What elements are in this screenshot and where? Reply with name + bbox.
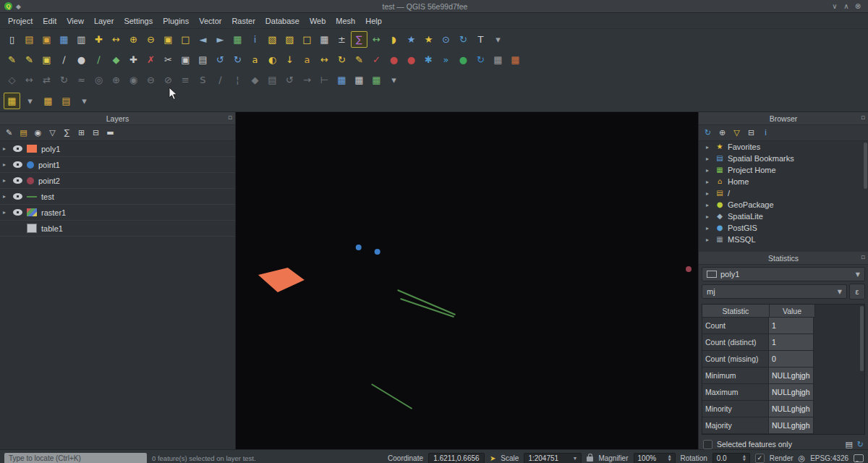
statistical-summary-dropdown[interactable]: ▾ [22, 93, 38, 109]
check-validity-icon[interactable]: ✓ [368, 51, 385, 68]
cut-features-icon[interactable]: ✂ [160, 51, 176, 68]
layer-item[interactable]: table1 [0, 221, 235, 237]
highlight-labels-icon[interactable]: a [299, 51, 315, 68]
add-line-feature-icon[interactable]: ∕ [90, 51, 107, 68]
menu-item[interactable]: Database [260, 15, 305, 27]
plugin-manager-icon[interactable]: ● [455, 51, 472, 68]
delete-ring-icon[interactable]: ⊖ [142, 72, 159, 88]
add-feature-tool-icon[interactable]: ▦ [40, 93, 56, 109]
panel-float-icon[interactable]: ▫ [228, 114, 232, 121]
value-column-header[interactable]: Value [770, 305, 815, 318]
expand-arrow-icon[interactable]: ▸ [706, 167, 712, 174]
new-project-icon[interactable]: ▯ [4, 31, 20, 48]
georeferencer-icon[interactable]: ▦ [507, 51, 524, 68]
layout-manager-icon[interactable]: ▥ [73, 31, 90, 48]
menu-item[interactable]: Help [360, 15, 387, 27]
filter-legend-icon[interactable]: ▽ [46, 127, 59, 139]
temporal-controller-icon[interactable]: ⊙ [438, 31, 454, 48]
rotate-feature-icon[interactable]: ↻ [56, 72, 72, 88]
offset-curve-icon[interactable]: ≡ [177, 72, 194, 88]
text-annotation-icon[interactable]: T [472, 31, 489, 48]
add-polygon-feature-icon[interactable]: ◆ [108, 51, 124, 68]
zoom-last-icon[interactable]: ◄ [195, 31, 211, 48]
open-layer-styling-icon[interactable]: ✎ [3, 127, 15, 139]
messages-icon[interactable] [854, 454, 864, 462]
deselect-features-icon[interactable]: □ [299, 31, 315, 48]
copy-statistics-icon[interactable]: ▤ [845, 441, 852, 449]
browser-collapse-icon[interactable]: ⊟ [745, 127, 757, 139]
fill-ring-icon[interactable]: ◉ [125, 72, 142, 88]
expand-arrow-icon[interactable]: ▸ [3, 177, 9, 184]
browser-tree-item[interactable]: ▸ ◆ SpatiaLite [699, 211, 868, 222]
annotation-dropdown[interactable]: ▾ [490, 31, 506, 48]
visibility-eye-icon[interactable] [13, 145, 22, 152]
statistics-scrollbar[interactable] [860, 306, 864, 371]
error-log-icon[interactable]: ● [403, 51, 420, 68]
minimize-button[interactable]: ∨ [829, 2, 841, 10]
panel-float-icon[interactable]: ▫ [861, 114, 865, 121]
filter-by-expression-icon[interactable]: ∑ [61, 127, 73, 139]
warning-icon[interactable]: ● [386, 51, 402, 68]
plugin-refresh-icon[interactable]: ↻ [472, 51, 489, 68]
pan-map-icon[interactable]: ✚ [90, 31, 107, 48]
paste-features-icon[interactable]: ▤ [195, 51, 211, 68]
expand-arrow-icon[interactable]: ▸ [706, 213, 712, 220]
raster-histogram-icon[interactable]: ▦ [351, 72, 367, 88]
visibility-eye-icon[interactable] [13, 193, 22, 200]
move-label-icon[interactable]: ↔ [316, 51, 333, 68]
open-project-icon[interactable]: ▤ [21, 31, 38, 48]
browser-add-layers-icon[interactable]: ⊕ [716, 127, 728, 139]
menu-item[interactable]: Raster [226, 15, 260, 27]
new-map-view-icon[interactable]: ▦ [229, 31, 246, 48]
menu-item[interactable]: Web [305, 15, 331, 27]
zoom-next-icon[interactable]: ► [212, 31, 229, 48]
browser-tree-item[interactable]: ▸ ● GeoPackage [699, 199, 868, 211]
expand-arrow-icon[interactable]: ▸ [706, 225, 712, 232]
expand-arrow-icon[interactable]: ▸ [3, 209, 9, 216]
add-point-feature-icon[interactable]: ● [73, 51, 90, 68]
browser-tree-item[interactable]: ▸ ⌂ Home [699, 176, 868, 187]
zoom-full-icon[interactable]: ▣ [160, 31, 176, 48]
maximize-button[interactable]: ∧ [841, 2, 852, 10]
render-checkbox[interactable]: ✓ [755, 454, 765, 463]
expand-arrow-icon[interactable]: ▸ [706, 190, 712, 197]
merge-features-icon[interactable]: ◆ [247, 72, 263, 88]
expand-arrow-icon[interactable]: ▸ [706, 237, 712, 243]
browser-refresh-icon[interactable]: ↻ [702, 127, 714, 139]
locate-search-input[interactable] [4, 453, 147, 463]
statistics-field-select[interactable]: mj ▼ [702, 284, 847, 299]
browser-tree-item[interactable]: ▸ ▦ MSSQL [699, 234, 868, 245]
measure-icon[interactable]: ↔ [368, 31, 385, 48]
visibility-eye-icon[interactable] [13, 209, 22, 216]
menu-item[interactable]: Mesh [331, 15, 360, 27]
manage-map-themes-icon[interactable]: ◉ [32, 127, 44, 139]
map-canvas[interactable] [236, 112, 699, 449]
simplify-feature-icon[interactable]: ≈ [73, 72, 90, 88]
remove-layer-icon[interactable]: ▬ [104, 127, 116, 139]
selected-features-only-checkbox[interactable] [703, 440, 712, 449]
expand-arrow-icon[interactable]: ▸ [706, 156, 712, 162]
menu-item[interactable]: Vector [194, 15, 226, 27]
map-tips-icon[interactable]: ◗ [386, 31, 402, 48]
copy-move-feature-icon[interactable]: ⇄ [38, 72, 55, 88]
refresh-statistics-icon[interactable]: ↻ [857, 441, 864, 449]
menu-item[interactable]: Edit [38, 15, 61, 27]
menu-item[interactable]: Layer [89, 15, 119, 27]
crs-value[interactable]: EPSG:4326 [810, 454, 848, 462]
statistics-panel-icon[interactable]: ∑ [351, 31, 367, 48]
spinner-arrows-icon[interactable]: ▲▼ [668, 454, 671, 462]
topological-editing-icon[interactable]: ◇ [4, 72, 20, 88]
delete-selected-icon[interactable]: ✗ [142, 51, 159, 68]
close-button[interactable]: ⊗ [852, 2, 864, 10]
vector-tool-dropdown[interactable]: ▾ [76, 93, 93, 109]
layer-labeling-icon[interactable]: a [247, 51, 263, 68]
move-feature-icon[interactable]: ↔ [21, 72, 38, 88]
visibility-eye-icon[interactable] [13, 177, 22, 184]
vector-grid-icon[interactable]: ▦ [368, 72, 385, 88]
metasearch-icon[interactable]: ▦ [490, 51, 506, 68]
select-by-expression-icon[interactable]: ▨ [281, 31, 298, 48]
magnifier-spinbox[interactable]: 100% ▲▼ [634, 453, 676, 463]
browser-filter-icon[interactable]: ▽ [731, 127, 743, 139]
browser-tree-item[interactable]: ▸ ▤ / [699, 187, 868, 199]
collapse-all-icon[interactable]: ⊟ [90, 127, 102, 139]
